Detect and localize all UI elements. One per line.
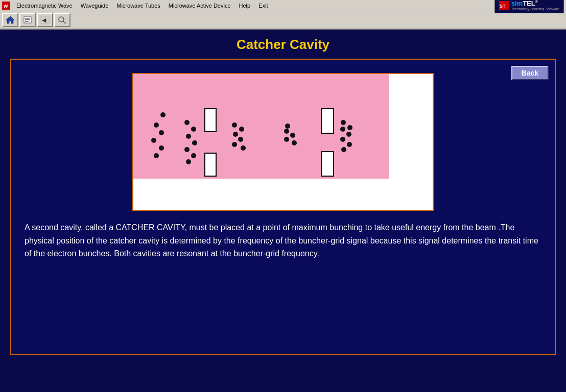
description-text: A second cavity, called a CATCHER CAVITY… [19,221,547,260]
home-button[interactable] [2,13,18,27]
svg-point-11 [59,17,64,22]
menu-waveguide[interactable]: Waveguide [77,2,113,10]
simtel-tagline: Technology Learning Software [511,7,559,11]
svg-point-15 [154,122,159,128]
svg-point-33 [232,142,237,147]
content-panel: Back [10,59,556,355]
svg-rect-28 [205,109,216,132]
svg-rect-8 [25,21,29,22]
svg-point-47 [341,120,346,125]
app-logo: W [2,2,10,10]
svg-rect-7 [25,19,30,20]
back-nav-button[interactable]: ◀ [37,13,53,27]
svg-point-17 [151,138,156,143]
back-button[interactable]: Back [511,66,549,80]
catcher-cavity-diagram [133,74,434,211]
svg-point-31 [239,127,244,132]
svg-marker-4 [6,16,14,23]
svg-point-35 [232,122,237,128]
svg-point-39 [292,140,297,145]
svg-point-16 [159,130,164,135]
svg-point-45 [340,137,345,142]
svg-point-40 [285,124,290,129]
svg-point-46 [347,142,352,147]
menu-exit[interactable]: Exit [254,2,272,10]
menubar: W Electromagnetic Wave Waveguide Microwa… [0,0,566,11]
menu-help[interactable]: Help [235,2,255,10]
simtel-logo: ST simTEL® Technology Learning Software [494,0,564,13]
main-content: Catcher Cavity Back [0,30,566,360]
svg-point-26 [191,153,196,158]
svg-point-20 [160,112,166,117]
svg-point-22 [191,127,196,132]
simtel-name: simTEL® [511,0,559,7]
svg-text:W: W [4,4,8,9]
svg-point-44 [346,132,351,137]
svg-point-32 [238,137,243,142]
svg-point-19 [154,153,159,158]
svg-rect-41 [321,109,334,133]
svg-text:ST: ST [500,4,506,9]
svg-point-27 [186,159,191,164]
svg-point-30 [233,132,238,137]
svg-point-38 [284,137,289,142]
svg-point-36 [284,129,289,134]
svg-point-48 [347,125,352,130]
search-button[interactable] [54,13,70,27]
menu-microwave-tubes[interactable]: Microwave Tubes [112,2,164,10]
page-title: Catcher Cavity [10,35,556,53]
svg-point-49 [341,147,346,152]
svg-point-43 [340,127,345,132]
svg-point-18 [159,145,164,151]
menu-microwave-active[interactable]: Microwave Active Device [164,2,235,10]
content-button[interactable] [19,13,36,27]
svg-point-23 [186,134,191,139]
svg-text:◀: ◀ [42,17,46,23]
svg-point-37 [290,133,295,138]
toolbar: ◀ [0,11,566,30]
diagram-frame [132,73,434,211]
svg-point-21 [184,120,190,125]
svg-point-34 [241,145,246,151]
svg-point-24 [192,140,197,145]
svg-point-25 [184,147,190,152]
diagram-container [19,73,547,211]
svg-rect-29 [205,153,216,176]
menu-em-wave[interactable]: Electromagnetic Wave [12,2,77,10]
svg-rect-42 [321,152,334,176]
svg-rect-6 [25,18,30,19]
svg-line-12 [63,21,66,23]
